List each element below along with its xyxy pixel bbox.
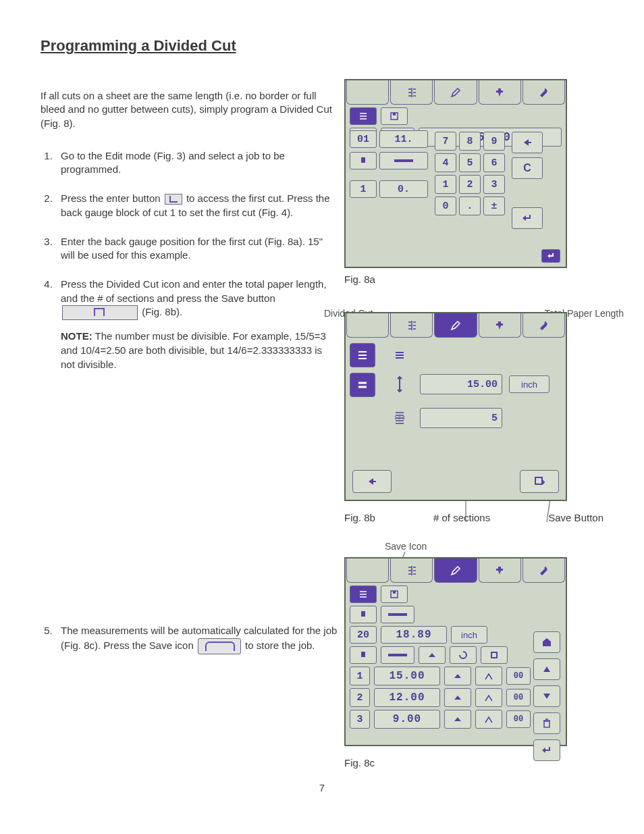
c-down-button[interactable] (533, 685, 560, 707)
key-1[interactable]: 1 (435, 175, 456, 194)
b-tab-align-icon[interactable] (390, 313, 433, 338)
key-3[interactable]: 3 (483, 175, 505, 194)
key-pm[interactable]: ± (483, 197, 505, 215)
c-row2-val[interactable]: 12.00 (374, 688, 440, 707)
fig-8b-caption: Fig. 8b (344, 512, 375, 523)
svg-rect-19 (491, 652, 497, 658)
c-save-icon[interactable] (381, 585, 408, 603)
c-enter-button[interactable] (533, 739, 560, 761)
c-marker2-icon[interactable] (350, 646, 377, 664)
c-tab-clamp-icon[interactable] (479, 558, 521, 583)
b-tab-blank[interactable] (346, 313, 389, 338)
rowA-idx[interactable]: 01 (350, 130, 377, 148)
c-op3-icon[interactable] (481, 646, 508, 664)
c-gauge-val: 18.89 (381, 626, 447, 644)
b-length-icon (386, 376, 413, 392)
rowA-val[interactable]: 11. (379, 130, 428, 148)
key-7[interactable]: 7 (435, 132, 456, 151)
fig-8c-caption: Fig. 8c (344, 757, 603, 768)
svg-rect-14 (393, 591, 396, 594)
c-row1-ic1[interactable] (444, 667, 471, 685)
c-row2-ic1[interactable] (444, 688, 471, 707)
c-tab-blank[interactable] (346, 558, 389, 583)
b-tab-clamp-icon[interactable] (479, 313, 521, 338)
svg-rect-17 (361, 652, 365, 657)
page-title: Programming a Divided Cut (41, 37, 603, 55)
c-row3-idx[interactable]: 3 (350, 710, 370, 729)
key-back-icon[interactable] (512, 132, 543, 153)
c-list-icon[interactable] (350, 585, 377, 603)
c-tab-edit-icon[interactable] (434, 558, 477, 583)
key-4[interactable]: 4 (435, 153, 456, 172)
tab-edit-icon[interactable] (434, 80, 477, 105)
save-button-icon-inline (62, 305, 138, 320)
tab-settings-icon[interactable] (522, 80, 565, 105)
c-row-2: 2 12.00 00 (350, 688, 562, 707)
c-row1-val[interactable]: 15.00 (374, 667, 440, 685)
list-icon[interactable] (350, 107, 377, 125)
b-tab-edit-icon[interactable] (434, 313, 477, 338)
b-save-button[interactable] (520, 470, 559, 493)
rowB-val[interactable]: 0. (379, 180, 428, 198)
key-2[interactable]: 2 (459, 175, 481, 194)
key-5[interactable]: 5 (459, 153, 481, 172)
ruler2-icon[interactable] (379, 152, 428, 170)
b-unit[interactable]: inch (509, 375, 549, 393)
c-delete-button[interactable] (533, 712, 560, 734)
c-row3-val[interactable]: 9.00 (374, 710, 440, 729)
c-op1-icon[interactable] (419, 646, 446, 664)
step-2: Press the enter button to access the fir… (55, 192, 338, 219)
page-number: 7 (41, 782, 603, 793)
svg-text:1 2 3: 1 2 3 (394, 415, 405, 420)
c-tab-align-icon[interactable] (390, 558, 433, 583)
svg-rect-11 (535, 477, 542, 484)
c-marker-icon[interactable] (350, 606, 377, 623)
b-sections-field[interactable]: 5 (420, 408, 502, 428)
b-side-list-icon[interactable] (350, 343, 375, 367)
save-icon-small[interactable] (381, 107, 408, 125)
c-row2-ic2[interactable] (475, 688, 502, 707)
c-row3-ic1[interactable] (444, 710, 471, 729)
b-tab-settings-icon[interactable] (522, 313, 565, 338)
c-row1-ic2[interactable] (475, 667, 502, 685)
keypad: 7 8 9 4 5 6 1 2 3 0 . ± (435, 132, 505, 215)
key-8[interactable]: 8 (459, 132, 481, 151)
tab-blank-1[interactable] (346, 80, 389, 105)
b-side-divided-icon[interactable] (350, 373, 375, 397)
c-row2-idx[interactable]: 2 (350, 688, 370, 707)
key-0[interactable]: 0 (435, 197, 456, 215)
c-row3-sm[interactable]: 00 (506, 710, 531, 728)
save-icon-inline (198, 638, 241, 654)
b-total-length-field[interactable]: 15.00 (420, 374, 502, 394)
tab-align-icon[interactable] (390, 80, 433, 105)
svg-rect-18 (388, 654, 407, 656)
key-9[interactable]: 9 (483, 132, 505, 151)
c-row-3: 3 9.00 00 (350, 710, 562, 729)
c-ruler-icon[interactable] (381, 606, 414, 623)
c-row3-ic2[interactable] (475, 710, 502, 729)
b-empty-row-icon (386, 350, 413, 361)
key-enter-icon[interactable] (512, 207, 543, 229)
c-home-button[interactable] (533, 631, 560, 653)
callout-save-button: Save Button (548, 512, 603, 523)
svg-rect-15 (361, 611, 365, 617)
c-gauge-idx[interactable]: 20 (350, 626, 377, 644)
key-clear[interactable]: C (512, 157, 543, 179)
c-gauge-unit[interactable]: inch (451, 626, 487, 644)
key-6[interactable]: 6 (483, 153, 505, 172)
bottom-enter-icon[interactable] (541, 249, 560, 263)
c-op2-icon[interactable] (450, 646, 477, 664)
c-up-button[interactable] (533, 658, 560, 680)
c-ruler2-icon[interactable] (381, 646, 414, 664)
key-dot[interactable]: . (459, 197, 481, 215)
svg-rect-1 (393, 113, 396, 115)
b-back-button[interactable] (352, 470, 392, 493)
c-row1-sm[interactable]: 00 (506, 667, 531, 685)
c-tab-settings-icon[interactable] (522, 558, 565, 583)
c-row2-sm[interactable]: 00 (506, 689, 531, 706)
rowB-idx[interactable]: 1 (350, 180, 377, 198)
step-2-text-a: Press the enter button (61, 192, 161, 204)
marker2-icon[interactable] (350, 152, 377, 170)
tab-clamp-icon[interactable] (479, 80, 521, 105)
c-row1-idx[interactable]: 1 (350, 667, 370, 685)
